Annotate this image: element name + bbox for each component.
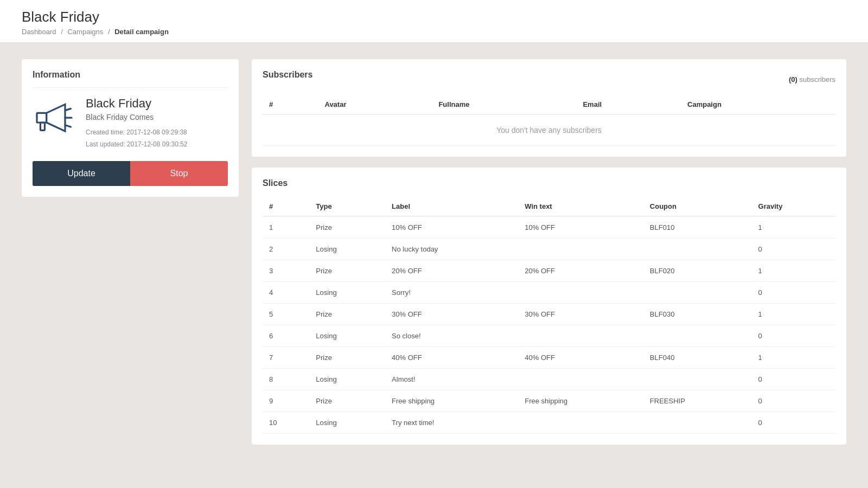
slice-gravity: 0	[752, 412, 835, 434]
subscribers-tbody: You don't have any subscribers	[263, 114, 835, 146]
slice-coupon	[643, 369, 752, 390]
breadcrumb: Dashboard / Campaigns / Detail campaign	[22, 28, 846, 36]
slice-id: 8	[263, 369, 309, 390]
campaign-name: Black Friday	[86, 97, 188, 111]
slice-gravity: 0	[752, 369, 835, 390]
action-buttons: Update Stop	[33, 161, 228, 186]
slices-col-type: Type	[309, 197, 385, 216]
slice-gravity: 0	[752, 325, 835, 347]
slices-col-gravity: Gravity	[752, 197, 835, 216]
info-card: Information Black Friday Black Friday Co…	[22, 59, 239, 197]
slice-wintext	[518, 282, 643, 304]
slice-label: 30% OFF	[385, 304, 518, 325]
slice-type: Losing	[309, 239, 385, 260]
breadcrumb-sep2: /	[108, 28, 110, 36]
table-row: 10 Losing Try next time! 0	[263, 412, 835, 434]
left-panel: Information Black Friday Black Friday Co…	[22, 59, 239, 197]
slice-coupon: BLF010	[643, 216, 752, 239]
slices-table: # Type Label Win text Coupon Gravity 1 P…	[263, 197, 835, 434]
slice-label: Free shipping	[385, 390, 518, 412]
table-row: 4 Losing Sorry! 0	[263, 282, 835, 304]
col-email: Email	[576, 95, 681, 114]
table-row: 6 Losing So close! 0	[263, 325, 835, 347]
table-row: 8 Losing Almost! 0	[263, 369, 835, 390]
subscribers-card: Subscribers (0) subscribers # Avatar Ful…	[252, 59, 846, 157]
subscribers-header: Subscribers (0) subscribers	[263, 70, 835, 88]
slices-col-label: Label	[385, 197, 518, 216]
table-row: 7 Prize 40% OFF 40% OFF BLF040 1	[263, 347, 835, 369]
slice-wintext	[518, 412, 643, 434]
subscribers-empty-row: You don't have any subscribers	[263, 114, 835, 146]
subscribers-header-row: # Avatar Fullname Email Campaign	[263, 95, 835, 114]
col-avatar: Avatar	[318, 95, 432, 114]
slice-id: 10	[263, 412, 309, 434]
slice-coupon: BLF030	[643, 304, 752, 325]
slice-id: 5	[263, 304, 309, 325]
slice-label: Almost!	[385, 369, 518, 390]
breadcrumb-current: Detail campaign	[114, 28, 169, 36]
slices-title: Slices	[263, 178, 835, 188]
slice-wintext	[518, 325, 643, 347]
slice-wintext	[518, 239, 643, 260]
slices-tbody: 1 Prize 10% OFF 10% OFF BLF010 1 2 Losin…	[263, 216, 835, 434]
svg-marker-1	[47, 104, 65, 131]
info-section-title: Information	[33, 70, 228, 88]
campaign-details: Black Friday Black Friday Comes Created …	[86, 97, 188, 150]
slice-label: 20% OFF	[385, 260, 518, 282]
subscribers-title: Subscribers	[263, 70, 312, 80]
slice-gravity: 1	[752, 304, 835, 325]
subscribers-table: # Avatar Fullname Email Campaign You don…	[263, 95, 835, 146]
slice-type: Prize	[309, 304, 385, 325]
slice-wintext: Free shipping	[518, 390, 643, 412]
slice-gravity: 1	[752, 260, 835, 282]
page-title: Black Friday	[22, 9, 846, 25]
slices-header-row: # Type Label Win text Coupon Gravity	[263, 197, 835, 216]
slice-label: 10% OFF	[385, 216, 518, 239]
campaign-info: Black Friday Black Friday Comes Created …	[33, 97, 228, 150]
slice-gravity: 0	[752, 390, 835, 412]
slice-label: Try next time!	[385, 412, 518, 434]
slice-coupon	[643, 325, 752, 347]
slice-type: Prize	[309, 260, 385, 282]
slice-type: Losing	[309, 282, 385, 304]
svg-rect-0	[37, 113, 47, 123]
breadcrumb-campaigns[interactable]: Campaigns	[67, 28, 103, 36]
campaign-meta: Created time: 2017-12-08 09:29:38 Last u…	[86, 127, 188, 150]
slice-type: Prize	[309, 390, 385, 412]
breadcrumb-sep1: /	[61, 28, 63, 36]
slice-id: 7	[263, 347, 309, 369]
slices-card: Slices # Type Label Win text Coupon Grav…	[252, 168, 846, 445]
last-updated: Last updated: 2017-12-08 09:30:52	[86, 139, 188, 151]
table-row: 5 Prize 30% OFF 30% OFF BLF030 1	[263, 304, 835, 325]
update-button[interactable]: Update	[33, 161, 130, 186]
slice-type: Losing	[309, 369, 385, 390]
slice-id: 3	[263, 260, 309, 282]
stop-button[interactable]: Stop	[130, 161, 228, 186]
breadcrumb-dashboard[interactable]: Dashboard	[22, 28, 56, 36]
slice-wintext: 30% OFF	[518, 304, 643, 325]
col-hash: #	[263, 95, 318, 114]
slice-coupon: FREESHIP	[643, 390, 752, 412]
slice-id: 6	[263, 325, 309, 347]
slice-label: No lucky today	[385, 239, 518, 260]
subscribers-thead: # Avatar Fullname Email Campaign	[263, 95, 835, 114]
table-row: 9 Prize Free shipping Free shipping FREE…	[263, 390, 835, 412]
slice-coupon: BLF020	[643, 260, 752, 282]
slice-id: 9	[263, 390, 309, 412]
slice-type: Losing	[309, 412, 385, 434]
table-row: 3 Prize 20% OFF 20% OFF BLF020 1	[263, 260, 835, 282]
col-fullname: Fullname	[432, 95, 576, 114]
slice-gravity: 1	[752, 347, 835, 369]
table-row: 1 Prize 10% OFF 10% OFF BLF010 1	[263, 216, 835, 239]
slice-coupon	[643, 239, 752, 260]
slice-coupon: BLF040	[643, 347, 752, 369]
slice-coupon	[643, 282, 752, 304]
count-value: (0) subscribers	[789, 75, 835, 84]
slice-label: So close!	[385, 325, 518, 347]
campaign-subtitle: Black Friday Comes	[86, 113, 188, 121]
main-content: Information Black Friday Black Friday Co…	[0, 43, 868, 461]
slice-id: 4	[263, 282, 309, 304]
slice-type: Losing	[309, 325, 385, 347]
slice-wintext: 10% OFF	[518, 216, 643, 239]
col-campaign: Campaign	[681, 95, 835, 114]
